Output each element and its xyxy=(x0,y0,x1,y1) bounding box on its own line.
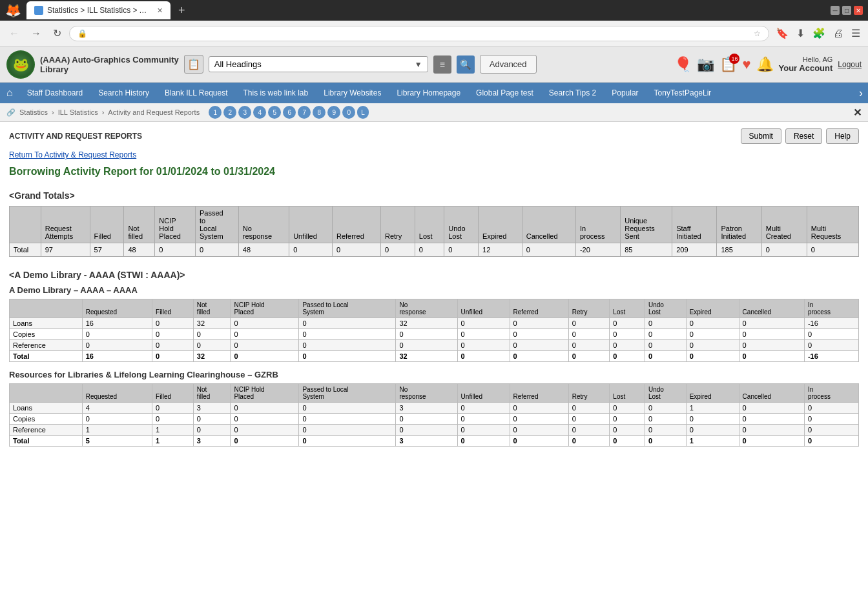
breadcrumb-crumb1[interactable]: Statistics xyxy=(19,108,48,116)
grand-col-referred: Referred xyxy=(332,207,380,243)
app-icon-button[interactable]: 📋 xyxy=(184,55,203,74)
home-nav-icon[interactable]: ⌂ xyxy=(0,83,19,103)
breadcrumb-crumb2[interactable]: ILL Statistics xyxy=(58,108,98,116)
lib1-loans-inprocess: -16 xyxy=(804,318,858,329)
search-glass-button[interactable]: 🔍 xyxy=(457,55,475,74)
user-info: Hello, AG Your Account xyxy=(779,55,833,73)
print-button[interactable]: 🖨 xyxy=(831,26,846,41)
grand-col-noresponse: Noresponse xyxy=(238,207,289,243)
grand-col-cancelled: Cancelled xyxy=(522,207,575,243)
user-account-button[interactable]: Your Account xyxy=(779,63,833,73)
lib2-col-notfilled: Notfilled xyxy=(193,384,231,403)
tab-close-icon[interactable]: ✕ xyxy=(157,6,163,15)
logout-button[interactable]: Logout xyxy=(838,60,862,69)
pager-L[interactable]: L xyxy=(357,106,369,119)
lib1-loans-retry: 0 xyxy=(568,318,610,329)
lib2-col-lost: Lost xyxy=(610,384,645,403)
lib1-col-noresponse: Noresponse xyxy=(396,299,457,318)
pager-6[interactable]: 6 xyxy=(283,106,296,119)
dropdown-arrow-icon[interactable]: ▼ xyxy=(415,60,422,69)
nav-item-library-websites[interactable]: Library Websites xyxy=(316,85,389,101)
new-tab-button[interactable]: + xyxy=(173,4,191,17)
nav-item-web-link-lab[interactable]: This is web link lab xyxy=(236,85,316,101)
breadcrumb-close-button[interactable]: ✕ xyxy=(853,106,862,119)
nav-item-tony-test[interactable]: TonyTestPageLir xyxy=(646,85,719,101)
pager-4[interactable]: 4 xyxy=(253,106,266,119)
lib1-loans-expired: 0 xyxy=(686,318,739,329)
camera-icon[interactable]: 📷 xyxy=(697,56,714,73)
url-input[interactable]: https://qa-stwi-agent.auto-graphics.com/… xyxy=(91,29,750,38)
window-minimize-button[interactable]: ─ xyxy=(831,6,840,15)
nav-item-search-history[interactable]: Search History xyxy=(90,85,157,101)
grand-col-undolost: UndoLost xyxy=(444,207,479,243)
grand-cell-multicreated: 0 xyxy=(761,243,807,257)
pager-2[interactable]: 2 xyxy=(223,106,236,119)
pager-0[interactable]: 0 xyxy=(342,106,355,119)
browser-forward-button[interactable]: → xyxy=(27,26,45,41)
downloads-button[interactable]: ⬇ xyxy=(794,26,807,41)
browser-back-button[interactable]: ← xyxy=(5,26,23,41)
browser-refresh-button[interactable]: ↻ xyxy=(49,26,65,41)
extensions-button[interactable]: 🧩 xyxy=(810,26,828,41)
app-name-line2: Library xyxy=(40,65,179,74)
library-section-label: <A Demo Library - AAAA (STWI : AAAA)> xyxy=(9,270,859,280)
nav-more-icon[interactable]: › xyxy=(854,83,868,103)
breadcrumb-pager: 1 2 3 4 5 6 7 8 9 0 L xyxy=(209,106,369,119)
window-close-button[interactable]: ✕ xyxy=(854,6,863,15)
pager-7[interactable]: 7 xyxy=(298,106,311,119)
nav-item-popular[interactable]: Popular xyxy=(604,85,646,101)
app-title: (AAAA) Auto-Graphics Community Library xyxy=(40,55,179,74)
grand-cell-staff: 209 xyxy=(672,243,717,257)
star-icon[interactable]: ☆ xyxy=(754,29,761,38)
grand-cell-passed: 0 xyxy=(196,243,239,257)
search-dropdown[interactable]: All Headings ▼ xyxy=(209,56,428,72)
pager-9[interactable]: 9 xyxy=(327,106,340,119)
lib1-col-type xyxy=(10,299,83,318)
lib2-col-undolost: UndoLost xyxy=(645,384,686,403)
lib2-col-referred: Referred xyxy=(510,384,568,403)
pager-1[interactable]: 1 xyxy=(209,106,222,119)
heart-icon[interactable]: ♥ xyxy=(742,56,750,73)
pager-3[interactable]: 3 xyxy=(238,106,251,119)
browser-tab[interactable]: Statistics > ILL Statistics > Activ... ✕ xyxy=(26,1,170,19)
menu-button[interactable]: ☰ xyxy=(849,26,863,41)
nav-item-staff-dashboard[interactable]: Staff Dashboard xyxy=(19,85,91,101)
lib1-loans-label: Loans xyxy=(10,318,83,329)
bookmarks-button[interactable]: 🔖 xyxy=(773,26,791,41)
grand-cell-notfilled: 48 xyxy=(124,243,155,257)
grand-col-unique: UniqueRequestsSent xyxy=(621,207,672,243)
lib1-col-cancelled: Cancelled xyxy=(739,299,804,318)
browser-titlebar: 🦊 Statistics > ILL Statistics > Activ...… xyxy=(0,0,868,21)
lib2-loans-label: Loans xyxy=(10,403,83,414)
lib1-loans-passed: 0 xyxy=(299,318,396,329)
lib2-copies-label: Copies xyxy=(10,414,83,425)
balloon-icon[interactable]: 🎈 xyxy=(674,56,692,73)
lib2-col-retry: Retry xyxy=(568,384,610,403)
window-maximize-button[interactable]: □ xyxy=(842,6,851,15)
pager-8[interactable]: 8 xyxy=(313,106,326,119)
stack-icon-button[interactable]: ≡ xyxy=(433,55,451,74)
submit-button[interactable]: Submit xyxy=(741,128,781,144)
lib1-loans-req: 16 xyxy=(82,318,152,329)
grand-col-notfilled: Notfilled xyxy=(124,207,155,243)
nav-item-blank-ill[interactable]: Blank ILL Request xyxy=(157,85,236,101)
grand-cell-inprocess: -20 xyxy=(575,243,620,257)
grand-cell-undolost: 0 xyxy=(444,243,479,257)
nav-item-search-tips[interactable]: Search Tips 2 xyxy=(541,85,604,101)
reset-button[interactable]: Reset xyxy=(785,128,822,144)
nav-item-library-homepage[interactable]: Library Homepage xyxy=(389,85,468,101)
lib1-copies-label: Copies xyxy=(10,329,83,340)
bell-icon[interactable]: 🔔 xyxy=(756,56,774,73)
help-button[interactable]: Help xyxy=(826,128,859,144)
pager-5[interactable]: 5 xyxy=(268,106,281,119)
grand-cell-req: 97 xyxy=(41,243,90,257)
lib2-col-req: Requested xyxy=(82,384,152,403)
notification-wrapper[interactable]: 📋 16 xyxy=(719,56,737,73)
address-bar[interactable]: 🔒 https://qa-stwi-agent.auto-graphics.co… xyxy=(69,26,769,41)
return-link[interactable]: Return To Activity & Request Reports xyxy=(9,150,859,159)
lib1-col-filled: Filled xyxy=(152,299,194,318)
lib1-loans-ncip: 0 xyxy=(231,318,299,329)
nav-item-global-page-test[interactable]: Global Page test xyxy=(468,85,541,101)
action-buttons: Submit Reset Help xyxy=(741,128,859,144)
advanced-button[interactable]: Advanced xyxy=(480,55,537,74)
